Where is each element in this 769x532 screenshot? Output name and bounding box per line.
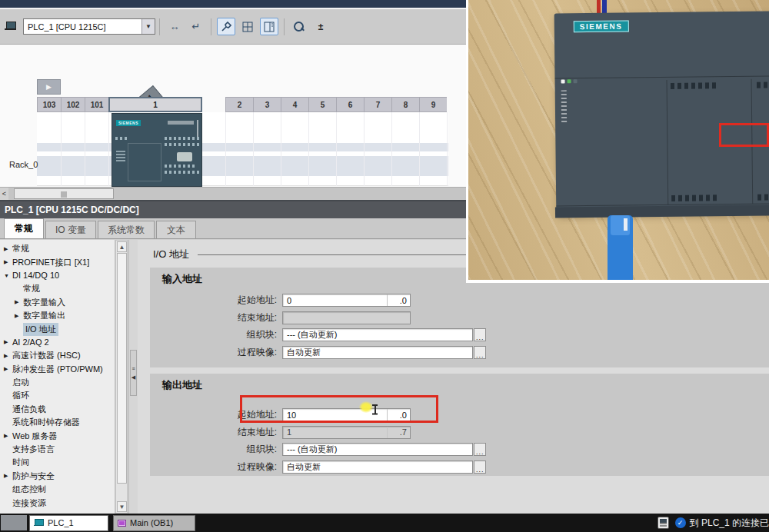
slot-header[interactable]: 8 (391, 97, 419, 112)
tree-vscrollbar[interactable]: ▲ ▼ (115, 240, 128, 514)
field-row: 起始地址: 0 .0 (150, 294, 486, 307)
tree-item[interactable]: 组态控制 (0, 483, 115, 496)
toolbar-separator (284, 18, 285, 35)
properties-tab[interactable]: 文本 (156, 221, 196, 238)
taskbar-main-ob1-button[interactable]: Main (OB1) (113, 515, 195, 531)
browse-button[interactable] (474, 328, 486, 341)
grid-view-icon[interactable] (238, 18, 257, 35)
tree-item[interactable]: 高速计数器 (HSC) (0, 349, 115, 362)
rack: 103102101 1 23456789 (37, 97, 448, 188)
slot-header[interactable]: 7 (364, 97, 391, 112)
scroll-down-arrow[interactable]: ▼ (117, 501, 127, 512)
cable-connection-icon[interactable] (217, 18, 235, 35)
cpu-logo-mark (177, 152, 192, 161)
field-row: 过程映像: 自动更新 (150, 461, 486, 474)
tree-expand-icon[interactable] (4, 259, 12, 265)
field-input[interactable]: 自动更新 (282, 461, 473, 474)
siemens-logo: SIEMENS (116, 120, 141, 126)
tree-expand-icon[interactable] (4, 433, 12, 439)
slot-header[interactable]: 2 (225, 97, 253, 112)
slot-header[interactable]: 4 (281, 97, 308, 112)
properties-tab[interactable]: 常规 (4, 218, 44, 238)
tree-item[interactable]: AI 2/AQ 2 (0, 336, 115, 349)
tree-item[interactable]: PROFINET接口 [X1] (0, 255, 115, 268)
browse-button[interactable] (474, 461, 486, 474)
tree-item[interactable]: 连接资源 (0, 496, 115, 509)
tree-item[interactable]: 防护与安全 (0, 470, 115, 483)
slot-header[interactable]: 6 (336, 97, 364, 112)
tree-expand-icon[interactable] (4, 473, 12, 479)
field-row: 过程映像: 自动更新 (150, 346, 486, 359)
chevron-down-icon[interactable]: ▼ (141, 19, 155, 34)
tree-expand-icon[interactable] (4, 353, 12, 359)
tree-expand-icon[interactable] (4, 366, 12, 372)
vscrollbar-thumb[interactable] (117, 253, 127, 484)
tree-item[interactable]: 常规 (0, 242, 115, 255)
input-address-title: 输入地址 (162, 272, 202, 286)
tree-item[interactable]: 系统和时钟存储器 (0, 416, 115, 429)
tree-expand-icon[interactable] (4, 273, 12, 278)
slot-header-cpu-selected[interactable]: 1 (108, 97, 202, 112)
tree-item[interactable]: I/O 地址 (0, 322, 115, 335)
taskbar-plc-button[interactable]: PLC_1 (29, 515, 108, 531)
hscrollbar-thumb[interactable] (14, 188, 114, 199)
tree-item[interactable]: DI 14/DQ 10 (0, 269, 115, 282)
slot-header[interactable]: 102 (61, 97, 85, 112)
output-address-title: 输出地址 (162, 378, 202, 392)
tree-item[interactable]: 通信负载 (0, 403, 115, 416)
device-selector-dropdown[interactable]: PLC_1 [CPU 1215C] ▼ (23, 18, 155, 35)
zoom-icon[interactable] (290, 18, 308, 35)
tree-item[interactable]: 脉冲发生器 (PTO/PWM) (0, 363, 115, 376)
field-input[interactable] (282, 311, 411, 324)
field-input[interactable]: 1 .7 (282, 426, 411, 439)
scroll-up-arrow[interactable]: ▲ (117, 241, 127, 252)
properties-tab[interactable]: 系统常数 (98, 221, 155, 238)
terminal-strip (165, 137, 200, 140)
slot-header[interactable]: 101 (85, 97, 108, 112)
tree-item[interactable]: 循环 (0, 389, 115, 402)
tree-expand-icon[interactable] (15, 313, 23, 319)
cpu-model-text (168, 121, 194, 125)
heading-rule (198, 254, 467, 255)
tree-item[interactable]: 数字量输入 (0, 296, 115, 309)
toolbar-separator (211, 18, 211, 35)
field-input[interactable]: 自动更新 (282, 346, 473, 359)
tree-item[interactable]: 启动 (0, 376, 115, 389)
panel-splitter[interactable]: ≡◀ (128, 240, 138, 514)
taskbar-blank-button[interactable] (1, 515, 27, 530)
properties-tab[interactable]: IO 变量 (45, 221, 96, 238)
tree-expand-icon[interactable] (4, 246, 12, 252)
slot-header[interactable]: 103 (37, 97, 61, 112)
slot-header[interactable]: 5 (308, 97, 336, 112)
tree-expand-icon[interactable] (4, 339, 12, 345)
splitter-handle[interactable]: ≡◀ (130, 350, 137, 396)
tree-item[interactable]: 支持多语言 (0, 443, 115, 456)
plc-icon (34, 519, 44, 527)
slots-left: 103102101 (37, 97, 108, 112)
field-input[interactable]: --- (自动更新) (282, 328, 473, 341)
device-view-hscrollbar[interactable]: < (0, 187, 469, 200)
split-view-icon[interactable] (260, 18, 278, 35)
rack-nav-arrow-button[interactable]: ▶ (37, 79, 61, 95)
field-input[interactable]: --- (自动更新) (282, 443, 473, 456)
terminal-strip (165, 165, 195, 168)
cpu-module-graphic[interactable]: SIEMENS (112, 113, 202, 187)
rename-icon[interactable]: ↵ (187, 18, 205, 35)
field-input[interactable]: 0 .0 (282, 294, 411, 307)
tree-expand-icon[interactable] (15, 299, 23, 305)
slot-header[interactable]: 9 (419, 97, 447, 112)
rack-body (37, 112, 448, 186)
browse-button[interactable] (474, 443, 486, 456)
browse-button[interactable] (474, 346, 486, 359)
terminal-strip (671, 195, 717, 201)
tree-item[interactable]: 时间 (0, 456, 115, 469)
scroll-left-arrow[interactable]: < (0, 188, 8, 200)
zoom-level-button[interactable]: ± (311, 18, 330, 35)
slot-header[interactable]: 3 (253, 97, 281, 112)
measure-ruler-icon[interactable]: ↔ (165, 18, 184, 35)
tree-item[interactable]: Web 服务器 (0, 429, 115, 442)
tree-item[interactable]: 常规 (0, 282, 115, 295)
tree-item[interactable]: 数字量输出 (0, 309, 115, 322)
field-label: 过程映像: (150, 461, 282, 474)
section-heading: I/O 地址 (153, 248, 189, 261)
